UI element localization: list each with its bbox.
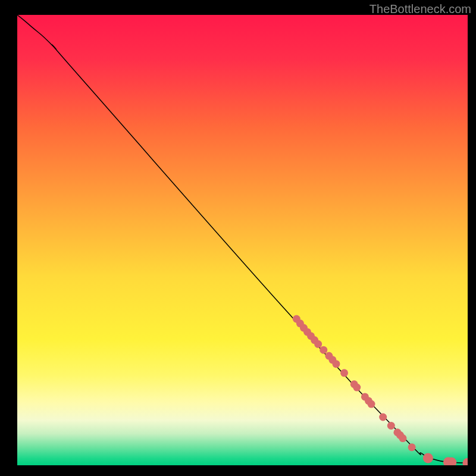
data-point [423,453,433,463]
data-point [314,340,322,348]
data-point [379,414,387,421]
chart-plot-area [17,15,468,465]
data-point [368,400,375,408]
watermark-text: TheBottleneck.com [369,2,471,16]
data-point [340,369,348,377]
data-point [320,346,327,354]
chart-svg [17,15,468,465]
data-point [387,422,395,430]
data-point [408,443,416,451]
data-point [399,434,406,442]
data-point [353,384,361,392]
data-point [332,360,340,368]
